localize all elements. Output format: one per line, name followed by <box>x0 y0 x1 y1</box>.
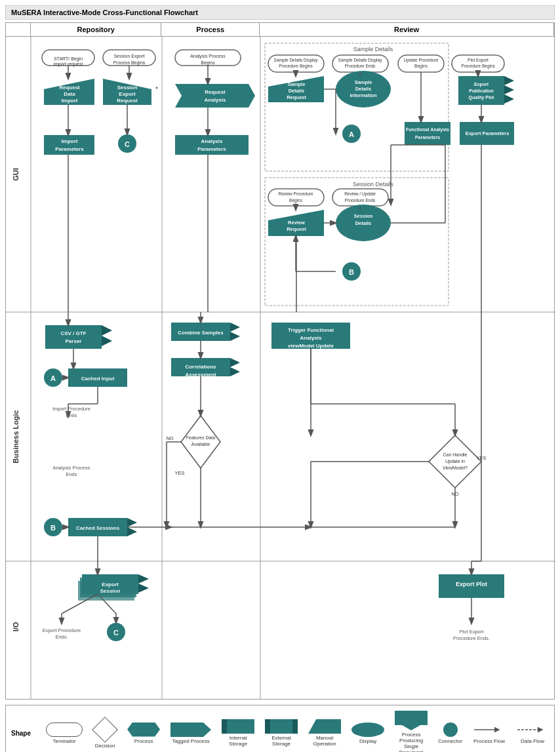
svg-text:Export: Export <box>102 582 119 587</box>
legend-producing-label: ProcessProducingSingleDocument <box>399 732 423 752</box>
svg-marker-143 <box>230 323 240 332</box>
svg-text:Update in: Update in <box>445 459 465 464</box>
svg-text:viewModel Update: viewModel Update <box>288 343 334 349</box>
legend-internal-label: InternalStorage <box>229 735 247 747</box>
svg-text:Session: Session <box>117 85 138 90</box>
svg-text:Parser: Parser <box>66 338 82 344</box>
svg-text:Review / Update: Review / Update <box>344 191 376 197</box>
legend-tagged-wrapper <box>170 722 211 737</box>
svg-text:Procedure Ends: Procedure Ends <box>345 198 376 203</box>
legend-display-shape <box>351 722 384 737</box>
legend-manual-label: ManualOperation <box>313 735 336 747</box>
legend-producing: ProcessProducingSingleDocument <box>395 711 428 752</box>
svg-text:Export Procedure: Export Procedure <box>43 627 81 633</box>
legend-tagged-shape <box>170 722 203 737</box>
svg-marker-189 <box>138 584 149 593</box>
svg-text:Sample Details Display: Sample Details Display <box>338 58 383 63</box>
svg-text:Analysis: Analysis <box>205 97 226 103</box>
svg-text:Begins: Begins <box>201 60 215 66</box>
legend-external-shape <box>265 719 298 734</box>
svg-marker-116 <box>102 325 112 336</box>
svg-marker-69 <box>405 122 450 145</box>
legend-shapes-row: Shape Teminator Decision Process <box>11 711 549 752</box>
legend-manual: ManualOperation <box>308 719 341 747</box>
svg-text:Details: Details <box>289 88 305 94</box>
legend-internal: InternalStorage <box>222 719 254 747</box>
svg-marker-117 <box>102 336 112 346</box>
legend-flow-label: Process Flow <box>473 738 505 744</box>
svg-text:Ends: Ends <box>66 412 77 418</box>
svg-marker-188 <box>138 574 149 584</box>
svg-text:Analysis: Analysis <box>300 335 322 341</box>
svg-text:Sample Details: Sample Details <box>353 46 393 52</box>
svg-text:START/ Begin: START/ Begin <box>54 56 83 62</box>
svg-marker-73 <box>504 76 514 85</box>
svg-text:Review Procedure: Review Procedure <box>278 191 313 196</box>
svg-text:Plot Export: Plot Export <box>460 629 485 635</box>
svg-text:Sample Details Display: Sample Details Display <box>274 58 319 63</box>
svg-text:Import: Import <box>62 98 78 104</box>
svg-text:Business Logic: Business Logic <box>12 410 20 463</box>
legend-external-left <box>265 719 270 734</box>
legend-process-shape <box>127 722 160 737</box>
svg-text:Process Begins: Process Begins <box>113 60 146 66</box>
legend-terminator-shape <box>46 722 83 737</box>
legend-tagged-label: Tagged Process <box>172 738 209 744</box>
legend-tagged-arrow <box>203 722 211 737</box>
legend-producing-triangle <box>402 725 420 730</box>
legend-decision-shape <box>92 717 118 743</box>
svg-text:A: A <box>349 130 354 138</box>
svg-text:Ends: Ends <box>66 471 77 477</box>
flowchart-svg: GUI Business Logic I/O START/ Begin impo… <box>6 37 555 699</box>
svg-text:Available: Available <box>191 442 210 446</box>
svg-text:Import: Import <box>62 138 78 144</box>
legend: Shape Teminator Decision Process <box>5 705 555 752</box>
svg-text:Begins: Begins <box>414 64 428 69</box>
svg-text:Import Procedure: Import Procedure <box>52 406 90 412</box>
svg-text:Ends.: Ends. <box>55 634 68 640</box>
legend-display-label: Display <box>359 738 376 744</box>
legend-external: ExternalStorage <box>265 719 298 747</box>
svg-text:*: * <box>155 86 158 93</box>
svg-text:Publication: Publication <box>469 89 494 93</box>
legend-flow-svg <box>473 722 506 737</box>
legend-dataflow-svg <box>516 722 549 737</box>
svg-text:CSV / GTF: CSV / GTF <box>60 330 86 336</box>
legend-decision-wrapper <box>93 718 117 742</box>
legend-decision: Decision <box>93 718 117 749</box>
legend-producing-body <box>395 711 428 725</box>
svg-text:Request: Request <box>205 89 226 95</box>
svg-text:Request: Request <box>287 226 306 232</box>
header-spacer <box>6 23 31 36</box>
svg-text:YES: YES <box>174 470 184 476</box>
svg-text:Export: Export <box>474 82 489 87</box>
column-headers: Repository Process Review <box>6 23 554 37</box>
svg-text:Export Parameters: Export Parameters <box>466 130 510 136</box>
legend-display: Display <box>351 722 384 744</box>
svg-text:Parameters: Parameters <box>55 146 84 152</box>
svg-text:Sample: Sample <box>288 81 306 87</box>
svg-marker-148 <box>230 367 240 376</box>
main-container: MuSERA Interactive-Mode Cross-Functional… <box>0 0 560 752</box>
flowchart-area: Repository Process Review GUI Business L… <box>5 22 555 700</box>
svg-marker-144 <box>230 332 240 341</box>
legend-shape-label: Shape <box>11 730 35 737</box>
legend-process-label: Process <box>134 738 153 744</box>
svg-text:Request: Request <box>117 98 138 104</box>
page-title: MuSERA Interactive-Mode Cross-Functional… <box>11 9 198 16</box>
svg-text:Update Procedure: Update Procedure <box>404 58 439 63</box>
svg-text:NO: NO <box>166 435 173 441</box>
svg-marker-75 <box>504 94 514 104</box>
svg-text:Procedure Begins: Procedure Begins <box>461 64 495 69</box>
svg-text:Cached Input: Cached Input <box>81 376 115 382</box>
svg-text:Parameters: Parameters <box>415 135 440 140</box>
svg-text:B: B <box>349 268 354 276</box>
col-header-process: Process <box>161 23 260 36</box>
svg-marker-131 <box>127 518 137 527</box>
svg-text:Trigger Functional: Trigger Functional <box>288 327 334 333</box>
svg-text:GUI: GUI <box>12 168 20 181</box>
legend-terminator: Teminator <box>46 722 83 744</box>
svg-text:Details: Details <box>355 220 372 226</box>
svg-marker-74 <box>504 85 514 94</box>
legend-connector-shape <box>443 722 458 737</box>
